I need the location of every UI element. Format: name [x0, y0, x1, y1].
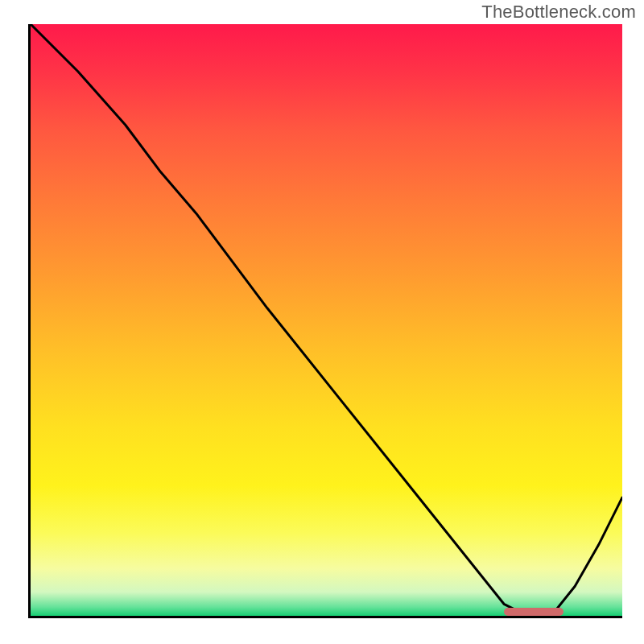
plot-area [28, 24, 622, 618]
chart-container: TheBottleneck.com [0, 0, 644, 644]
min-plateau-marker [504, 608, 564, 616]
watermark-text: TheBottleneck.com [481, 2, 636, 23]
